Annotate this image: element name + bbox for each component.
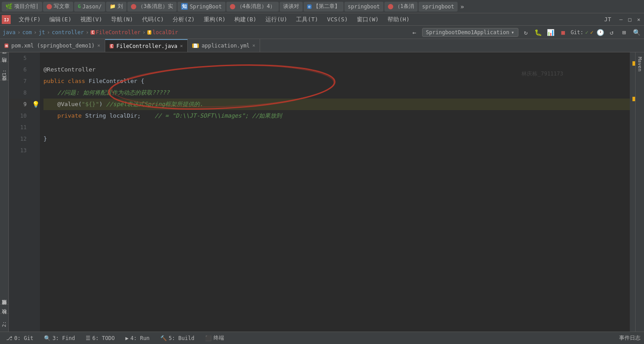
left-tab-project[interactable]: 项目 xyxy=(0,52,8,62)
bc-com[interactable]: com xyxy=(22,29,32,36)
kw-class: class xyxy=(68,75,85,87)
layout-button[interactable]: ⊞ xyxy=(619,28,629,37)
kw-private: private xyxy=(57,110,82,122)
refresh-button[interactable]: ↻ xyxy=(521,28,531,37)
right-tab-maven[interactable]: Maven xyxy=(636,52,644,76)
taskbar-label-liu: 刘 xyxy=(118,3,123,10)
bottom-tab-terminal[interactable]: ⬛ 终端 xyxy=(202,332,227,344)
right-panel: Maven xyxy=(635,52,644,332)
taskbar-item-springboot3[interactable]: springboot xyxy=(419,2,458,12)
bottom-tab-run[interactable]: ▶ 4: Run xyxy=(123,332,153,344)
g-icon: G xyxy=(78,4,81,9)
taskbar-label-jason: Jason/ xyxy=(83,4,102,10)
taskbar-item-liu[interactable]: 📁 刘 xyxy=(106,2,126,12)
taskbar-label-sb3: springboot xyxy=(422,4,454,10)
menu-run[interactable]: 运行(U) xyxy=(261,13,292,26)
git-rollback-button[interactable]: ↺ xyxy=(607,28,616,37)
bc-localdir[interactable]: f localDir xyxy=(147,29,178,36)
taskbar-item-springboot-zhi[interactable]: 知 SpringBoot xyxy=(178,2,225,12)
debug-button[interactable]: 🐛 xyxy=(533,28,543,37)
menu-window[interactable]: 窗口(W) xyxy=(352,13,383,26)
gutter-6 xyxy=(31,64,40,75)
m-icon: m xyxy=(4,43,8,48)
left-tab-bookmarks[interactable]: 2: 校验 xyxy=(0,313,8,332)
taskbar-item-springboot2[interactable]: springboot xyxy=(344,2,383,12)
taskbar-item-write[interactable]: 写文章 xyxy=(43,2,73,12)
tab-application-label: application.yml xyxy=(201,43,249,49)
bottom-tab-git[interactable]: ⎇ 0: Git xyxy=(4,332,36,344)
taskbar-label-1msg: （1条消 xyxy=(395,3,414,10)
menu-nav[interactable]: 导航(N) xyxy=(107,13,137,26)
tab-filecontroller-close[interactable]: × xyxy=(180,43,183,49)
taskbar-item-3msg[interactable]: （3条消息）实 xyxy=(127,2,177,12)
stop-button[interactable]: ■ xyxy=(558,28,568,37)
line-numbers: 5 6 7 8 9 10 11 12 13 xyxy=(9,52,31,332)
terminal-icon: ⬛ xyxy=(205,335,212,341)
taskbar-item-project-intro[interactable]: 🌿 项目介绍| xyxy=(2,2,42,12)
menu-build[interactable]: 构建(B) xyxy=(230,13,261,26)
maximize-button[interactable]: □ xyxy=(626,16,633,23)
code-editor[interactable]: 林庆栋_7911173 @RestController public class… xyxy=(40,52,630,332)
taskbar-item-jason[interactable]: G Jason/ xyxy=(74,2,105,12)
menu-refactor[interactable]: 重构(R) xyxy=(199,13,230,26)
tab-pom-close[interactable]: × xyxy=(97,43,100,48)
type-string: String xyxy=(85,110,106,122)
tab-application-close[interactable]: × xyxy=(253,43,256,48)
taskbar-label-sb2: springboot xyxy=(348,4,380,10)
tab-application[interactable]: 📄 application.yml × xyxy=(188,39,260,52)
bc-filecontroller[interactable]: C FileController xyxy=(91,29,141,36)
window-controls: — □ ✕ xyxy=(617,16,642,23)
run-config-selector[interactable]: SpringbootDemo1Application ▾ xyxy=(422,28,518,37)
close-button[interactable]: ✕ xyxy=(635,16,642,23)
c-badge: C xyxy=(91,30,95,35)
vertical-scrollbar[interactable] xyxy=(630,52,635,332)
left-tab-commits[interactable]: 提交 xyxy=(0,80,8,89)
minimize-button[interactable]: — xyxy=(617,16,624,23)
line-num-5: 5 xyxy=(9,52,31,64)
gutter-9-bulb[interactable]: 💡 xyxy=(31,99,40,110)
bottom-tab-build[interactable]: 🔨 5: Build xyxy=(158,332,197,344)
taskbar-item-4msg[interactable]: （4条消息）4） xyxy=(226,2,279,12)
bc-controller[interactable]: controller xyxy=(52,29,84,36)
taskbar: 🌿 项目介绍| 写文章 G Jason/ 📁 刘 （3条消息）实 知 Sprin… xyxy=(0,0,644,13)
taskbar-item-chapter2[interactable]: e 【第二章】 xyxy=(304,2,343,12)
gutter-8 xyxy=(31,87,40,99)
menu-code[interactable]: 代码(C) xyxy=(138,13,168,26)
git-check2-icon[interactable]: ✓ xyxy=(590,29,593,36)
f-badge: f xyxy=(147,30,151,35)
bc-jt[interactable]: jt xyxy=(39,29,45,36)
tab-filecontroller[interactable]: C FileController.java × xyxy=(105,39,188,52)
taskbar-item-1msg[interactable]: （1条消 xyxy=(384,2,418,12)
left-tab-search[interactable]: 搜索对话框 xyxy=(0,304,8,313)
back-button[interactable]: ← xyxy=(410,28,419,37)
coverage-button[interactable]: 📊 xyxy=(546,28,556,37)
taskbar-label-tantan: 谈谈对 xyxy=(283,3,299,10)
str-value-9: "${}" xyxy=(82,99,99,110)
git-check-icon[interactable]: ✓ xyxy=(585,29,589,36)
bc-java[interactable]: java xyxy=(3,29,16,36)
taskbar-label-3msg: （3条消息）实 xyxy=(138,3,173,10)
user-label: JT xyxy=(600,16,616,23)
tab-pom[interactable]: m pom.xml (springboot_demo1) × xyxy=(0,39,105,52)
search-everywhere-button[interactable]: 🔍 xyxy=(632,28,641,37)
annotation-value: Value xyxy=(61,99,78,110)
bottom-tab-todo[interactable]: ☰ 6: TODO xyxy=(83,332,118,344)
menu-vcs[interactable]: VCS(S) xyxy=(323,13,352,26)
git-history-button[interactable]: 🕐 xyxy=(595,28,605,37)
menu-help[interactable]: 帮助(H) xyxy=(383,13,414,26)
menu-analyze[interactable]: 分析(Z) xyxy=(168,13,199,26)
taskbar-item-tantan[interactable]: 谈谈对 xyxy=(280,2,303,12)
event-log-label[interactable]: 事件日志 xyxy=(619,334,640,342)
menu-edit[interactable]: 编辑(E) xyxy=(45,13,75,26)
bottom-tab-find[interactable]: 🔍 3: Find xyxy=(41,332,78,344)
code-line-9: @ Value ( "${}" ) //spel表达式Spring框架所提供的. xyxy=(43,99,630,110)
menu-file[interactable]: 文件(F) xyxy=(14,13,45,26)
bottom-tab-terminal-label: 终端 xyxy=(213,334,224,342)
taskbar-label-write: 写文章 xyxy=(54,3,70,10)
line-num-13: 13 xyxy=(9,145,31,156)
e-icon: e xyxy=(307,4,311,9)
menu-view[interactable]: 视图(V) xyxy=(76,13,107,26)
taskbar-more-btn[interactable]: » xyxy=(458,3,466,10)
menu-tools[interactable]: 工具(T) xyxy=(292,13,322,26)
left-tab-structure[interactable]: 1: 结构 xyxy=(0,62,8,80)
